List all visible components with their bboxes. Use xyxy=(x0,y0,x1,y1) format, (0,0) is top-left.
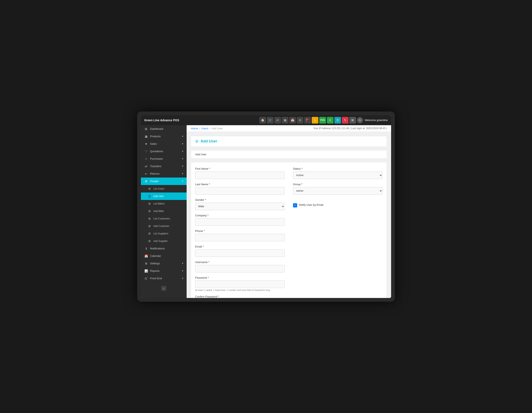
settings-icon: ⚙ xyxy=(144,262,148,265)
sidebar-item-add-customer[interactable]: ⚙ Add Customer xyxy=(141,222,187,230)
breadcrumb-users[interactable]: Users xyxy=(201,127,208,130)
sidebar-item-list-customers[interactable]: ⚙ List Customers xyxy=(141,215,187,222)
sidebar-item-people[interactable]: ⚙ People ▾ xyxy=(141,177,187,185)
form-row-3: Gender * Male Female Other ✓ xyxy=(195,198,383,210)
list-customers-icon: ⚙ xyxy=(148,217,151,220)
first-name-label: First Name * xyxy=(195,167,285,170)
last-name-label: Last Name * xyxy=(195,183,285,186)
share-nav-icon[interactable]: ⇄ xyxy=(274,117,281,124)
sidebar-label-list-users: List Users xyxy=(153,187,164,190)
sidebar-item-quotations[interactable]: ♡ Quotations ▾ xyxy=(141,148,187,155)
notify-checkbox-bg: ✓ xyxy=(293,203,297,207)
sidebar-item-add-user[interactable]: 👤 Add User xyxy=(141,193,187,200)
breadcrumb-current: Add User xyxy=(211,127,223,130)
terminal-nav-icon[interactable]: ⊟ xyxy=(297,117,304,124)
grid-nav-icon[interactable]: ▦ xyxy=(282,117,288,124)
form-row-5: Phone * xyxy=(195,229,383,241)
add-biller-icon: ⚙ xyxy=(148,210,151,213)
phone-input[interactable] xyxy=(195,234,285,241)
email-input[interactable] xyxy=(195,249,285,257)
notifications-icon: ℹ xyxy=(144,247,148,250)
chevron-down-icon: ▾ xyxy=(182,262,183,265)
sidebar-label-calendar: Calendar xyxy=(150,254,161,257)
sidebar-item-products[interactable]: ▦ Products ▾ xyxy=(141,133,187,140)
apps-nav-icon[interactable]: ⊞ xyxy=(349,117,356,124)
add-user-form: First Name * Status * Active Inactive xyxy=(191,162,387,298)
check-nav-icon[interactable]: ✕ xyxy=(327,117,333,124)
email-spacer xyxy=(293,245,383,257)
sidebar-item-list-users[interactable]: ⚙ List Users xyxy=(141,185,187,193)
status-label: Status * xyxy=(293,167,383,170)
pos-nav-button[interactable]: POS xyxy=(319,117,326,124)
status-select[interactable]: Active Inactive xyxy=(293,172,383,179)
form-row-6: Email * xyxy=(195,245,383,257)
breadcrumb-home[interactable]: Home xyxy=(191,127,198,130)
sidebar-item-calendar[interactable]: 📅 Calendar xyxy=(141,252,187,260)
sidebar-item-transfers[interactable]: ⇄ Transfers ▾ xyxy=(141,163,187,170)
password-input[interactable] xyxy=(195,281,285,288)
sidebar-label-list-billers: List Billers xyxy=(153,202,165,205)
last-name-input[interactable] xyxy=(195,187,285,194)
content-area: Home / Users / Add User Your IP Address … xyxy=(187,125,391,298)
confirm-password-group: Confirm Password * xyxy=(195,295,285,298)
sidebar-label-dashboard: Dashboard xyxy=(150,127,163,130)
sidebar-item-reports[interactable]: 📊 Reports ▾ xyxy=(141,267,187,275)
sidebar-item-dashboard[interactable]: ⊞ Dashboard xyxy=(141,125,187,133)
sidebar-label-transfers: Transfers xyxy=(150,165,161,168)
chevron-down-icon: ▾ xyxy=(182,142,183,145)
page-title: Add User xyxy=(200,139,217,144)
chevron-down-icon: ▾ xyxy=(182,150,183,153)
gender-select[interactable]: Male Female Other xyxy=(195,203,285,210)
first-name-group: First Name * xyxy=(195,167,285,179)
sidebar-item-list-suppliers[interactable]: ⚙ List Suppliers xyxy=(141,230,187,237)
user-welcome-area: G Welcome greenline xyxy=(357,117,388,123)
nav-icon-group: 🏠 🛒 ⇄ ▦ 📅 ⊟ 🚩 ⚠ POS ✕ ☰ ✎ ⊞ G Welcome gr… xyxy=(259,117,388,124)
sidebar-item-notifications[interactable]: ℹ Notifications xyxy=(141,245,187,252)
sidebar-label-sales: Sales xyxy=(150,142,157,145)
notify-label: Notify User by Email xyxy=(299,203,323,206)
transfers-icon: ⇄ xyxy=(144,165,148,168)
form-row-9: Confirm Password * xyxy=(195,295,383,298)
list-billers-icon: ⚙ xyxy=(148,202,151,205)
password-label: Password * xyxy=(195,276,285,279)
sidebar-label-frontend: Front End xyxy=(150,277,162,280)
flag-nav-icon[interactable]: 🚩 xyxy=(304,117,311,124)
group-select[interactable]: owner admin user xyxy=(293,187,383,194)
gender-label: Gender * xyxy=(195,198,285,202)
first-name-input[interactable] xyxy=(195,172,285,179)
list-nav-icon[interactable]: ☰ xyxy=(334,117,341,124)
gender-group: Gender * Male Female Other xyxy=(195,198,285,210)
sidebar-item-add-biller[interactable]: ⚙ Add Biller xyxy=(141,207,187,215)
home-nav-icon[interactable]: 🏠 xyxy=(259,117,266,124)
sidebar-item-returns[interactable]: ↩ Returns ▾ xyxy=(141,170,187,177)
sidebar-label-purchases: Purchases xyxy=(150,157,163,160)
dashboard-icon: ⊞ xyxy=(144,127,148,131)
welcome-text: Welcome greenline xyxy=(365,119,388,122)
cart-nav-icon[interactable]: 🛒 xyxy=(267,117,274,124)
email-group: Email * xyxy=(195,245,285,257)
ip-info: Your IP Address 123.231.111.46 ( Last lo… xyxy=(313,127,387,130)
list-suppliers-icon: ⚙ xyxy=(148,232,151,235)
sidebar-item-settings[interactable]: ⚙ Settings ▾ xyxy=(141,260,187,267)
username-label: Username * xyxy=(195,261,285,264)
status-group: Status * Active Inactive xyxy=(293,167,383,179)
sidebar-item-sales[interactable]: ♥ Sales ▾ xyxy=(141,140,187,148)
sidebar-item-list-billers[interactable]: ⚙ List Billers xyxy=(141,200,187,207)
company-input[interactable] xyxy=(195,218,285,226)
breadcrumb-separator2: / xyxy=(209,127,210,130)
username-input[interactable] xyxy=(195,265,285,272)
alert-nav-icon[interactable]: ⚠ xyxy=(312,117,318,124)
form-row-2: Last Name * Group * owner admin user xyxy=(195,183,383,194)
notify-group: ✓ Notify User by Email xyxy=(293,198,383,210)
sidebar-collapse-button[interactable]: « xyxy=(161,286,166,291)
sidebar-item-frontend[interactable]: 🛒 Front End ▾ xyxy=(141,275,187,282)
calendar-nav-icon[interactable]: 📅 xyxy=(289,117,296,124)
sidebar-item-add-supplier[interactable]: ⚙ Add Supplier xyxy=(141,237,187,245)
returns-icon: ↩ xyxy=(144,172,148,175)
sidebar-label-notifications: Notifications xyxy=(150,247,165,250)
sidebar-label-add-customer: Add Customer xyxy=(153,225,169,228)
edit-nav-icon[interactable]: ✎ xyxy=(342,117,349,124)
notify-checkbox-row: ✓ Notify User by Email xyxy=(293,203,383,208)
sidebar-item-purchases[interactable]: ☆ Purchases ▾ xyxy=(141,155,187,163)
frontend-icon: 🛒 xyxy=(144,277,148,280)
